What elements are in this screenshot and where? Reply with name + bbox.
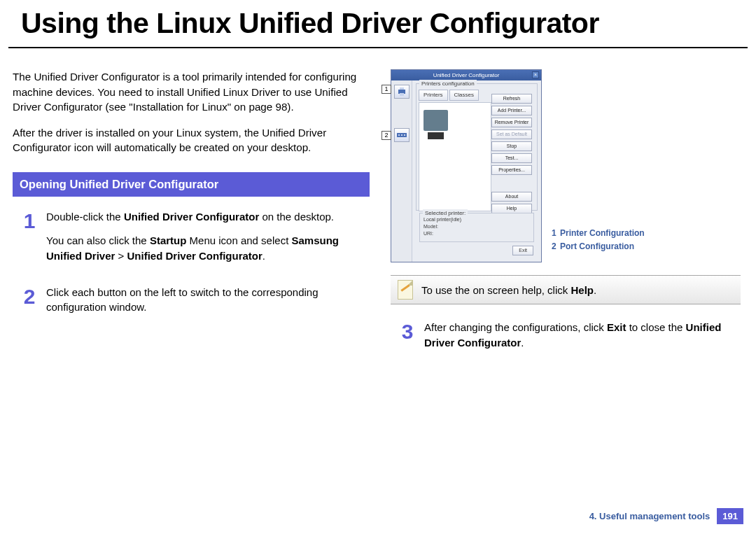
fieldset-legend: Printers configuration	[419, 80, 477, 87]
footer-chapter: 4. Useful management tools	[589, 511, 710, 521]
step-3-text: After changing the configurations, click…	[424, 320, 741, 351]
selected-printer-line3: URI:	[424, 230, 530, 237]
printer-name-label	[428, 132, 444, 139]
selected-printer-legend: Selected printer:	[423, 209, 468, 217]
btn-remove-printer: Remove Printer	[491, 118, 532, 127]
step-number: 2	[13, 285, 46, 307]
intro-paragraph-2: After the driver is installed on your Li…	[13, 125, 370, 155]
printer-thumbnail	[424, 110, 448, 131]
note-text: To use the on screen help, click Help.	[421, 283, 596, 297]
btn-test: Test...	[491, 153, 532, 163]
callout-1: 1	[382, 85, 391, 94]
page-footer: 4. Useful management tools 191	[589, 508, 743, 524]
tab-printers: Printers	[419, 90, 448, 100]
step-1: 1 Double-click the Unified Driver Config…	[13, 209, 370, 272]
step-number: 3	[391, 320, 424, 342]
selected-printer-line2: Model:	[424, 223, 530, 230]
section-heading: Opening Unified Driver Configurator	[13, 172, 370, 197]
callout-legend: 1Printer Configuration 2Port Configurati…	[552, 227, 645, 253]
btn-set-default: Set as Default	[491, 129, 532, 139]
btn-exit: Exit	[512, 246, 533, 255]
printer-icon	[394, 85, 410, 99]
btn-add-printer: Add Printer...	[491, 106, 532, 115]
port-icon	[394, 128, 410, 142]
callout-2: 2	[382, 131, 391, 140]
intro-paragraph-1: The Unified Driver Configurator is a too…	[13, 69, 370, 115]
btn-help: Help	[491, 204, 532, 213]
page-title: Using the Linux Unified Driver Configura…	[8, 0, 748, 48]
step-3: 3 After changing the configurations, cli…	[391, 320, 741, 359]
tab-classes: Classes	[449, 90, 479, 100]
btn-refresh: Refresh	[491, 94, 532, 104]
btn-about: About	[491, 192, 532, 202]
step-1-line-1: Double-click the Unified Driver Configur…	[46, 209, 370, 225]
note-icon	[398, 280, 413, 300]
step-2-text: Click each button on the left to switch …	[46, 285, 370, 316]
selected-printer-line1: Local printer(idle)	[424, 216, 530, 223]
svg-rect-2	[404, 134, 405, 136]
screenshot-titlebar: Unified Driver Configurator ×	[391, 70, 541, 80]
screenshot-window: Unified Driver Configurator × 1 2	[391, 69, 542, 262]
note-box: To use the on screen help, click Help.	[391, 275, 741, 304]
svg-rect-0	[398, 134, 400, 136]
btn-stop: Stop	[491, 141, 532, 151]
step-2: 2 Click each button on the left to switc…	[13, 285, 370, 324]
btn-properties: Properties...	[491, 165, 532, 175]
step-1-line-2: You can also click the Startup Menu icon…	[46, 233, 370, 264]
close-icon: ×	[532, 71, 539, 78]
svg-rect-1	[401, 134, 402, 136]
footer-page-number: 191	[717, 508, 743, 524]
step-number: 1	[13, 209, 46, 232]
